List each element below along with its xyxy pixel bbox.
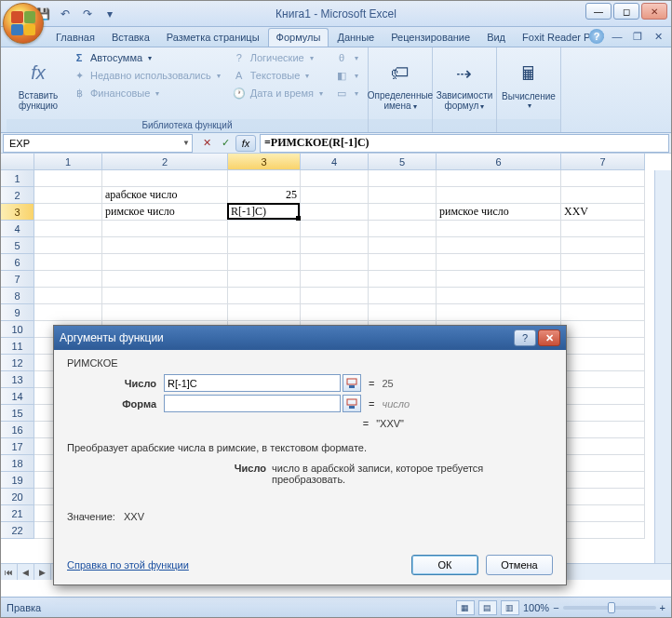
column-header[interactable]: 4 [301, 154, 369, 170]
cell[interactable] [369, 237, 437, 254]
cell[interactable] [301, 170, 369, 187]
collapse-dialog-icon-2[interactable] [343, 395, 361, 412]
sheet-nav-prev-icon[interactable]: ◀ [18, 564, 34, 580]
cell[interactable] [561, 355, 645, 371]
enter-formula-icon[interactable]: ✓ [217, 135, 234, 152]
cell[interactable] [561, 187, 645, 204]
cell[interactable] [437, 170, 561, 187]
cell[interactable] [102, 254, 228, 271]
office-button[interactable] [3, 3, 44, 44]
collapse-dialog-icon[interactable] [343, 374, 361, 392]
cell[interactable] [437, 237, 561, 254]
cell[interactable] [369, 288, 437, 304]
text-button[interactable]: AТекстовые▾ [228, 67, 327, 84]
ribbon-minimize-icon[interactable]: — [610, 29, 625, 44]
financial-button[interactable]: ฿Финансовые▾ [68, 85, 224, 101]
cell[interactable] [369, 221, 437, 237]
row-header[interactable]: 20 [1, 489, 34, 505]
cell[interactable] [561, 489, 645, 505]
formula-auditing-button[interactable]: ⇢ Зависимости формул▾ [438, 49, 491, 119]
more-functions-button2[interactable]: ◧▾ [330, 67, 362, 84]
sheet-nav-next-icon[interactable]: ▶ [34, 564, 51, 580]
column-header[interactable]: 3 [228, 154, 301, 170]
formula-input[interactable]: =РИМСКОЕ(R[-1]C) [260, 134, 669, 153]
redo-icon[interactable]: ↷ [79, 6, 96, 22]
tab-home[interactable]: Главная [47, 28, 103, 47]
cell[interactable] [561, 304, 645, 321]
cell[interactable] [369, 254, 437, 271]
cell[interactable] [34, 187, 102, 204]
cell[interactable] [561, 170, 645, 187]
cell[interactable] [437, 254, 561, 271]
cell[interactable] [301, 304, 369, 321]
cell[interactable] [561, 505, 645, 522]
row-header[interactable]: 15 [1, 405, 34, 422]
cell[interactable] [437, 304, 561, 321]
minimize-button[interactable]: — [585, 3, 612, 20]
column-header[interactable]: 5 [369, 154, 437, 170]
row-header[interactable]: 18 [1, 455, 34, 472]
cell[interactable] [301, 288, 369, 304]
cell[interactable] [561, 405, 645, 422]
dropdown-icon[interactable]: ▼ [182, 139, 190, 147]
column-header[interactable]: 6 [437, 154, 561, 170]
cell[interactable] [34, 304, 102, 321]
cell[interactable]: арабское число [102, 187, 228, 204]
cell[interactable] [561, 422, 645, 438]
row-header[interactable]: 10 [1, 321, 34, 338]
row-header[interactable]: 14 [1, 388, 34, 405]
view-page-layout-icon[interactable]: ▤ [478, 600, 497, 615]
close-button[interactable]: ✕ [641, 3, 667, 20]
dialog-titlebar[interactable]: Аргументы функции ? ✕ [54, 326, 566, 350]
autosum-button[interactable]: ΣАвтосумма▾ [68, 49, 224, 66]
cell[interactable] [561, 338, 645, 355]
cell[interactable] [437, 221, 561, 237]
row-header[interactable]: 5 [1, 237, 34, 254]
cell[interactable] [228, 304, 301, 321]
more-functions-button[interactable]: θ▾ [330, 49, 362, 66]
cell[interactable] [561, 237, 645, 254]
arg2-input[interactable] [164, 395, 341, 412]
cell[interactable] [228, 237, 301, 254]
cell[interactable] [561, 271, 645, 288]
vertical-scrollbar[interactable] [654, 170, 671, 563]
cell[interactable] [369, 187, 437, 204]
column-header[interactable]: 1 [34, 154, 102, 170]
tab-data[interactable]: Данные [329, 28, 383, 47]
tab-insert[interactable]: Вставка [103, 28, 158, 47]
qat-customize-icon[interactable]: ▾ [101, 6, 118, 22]
cell[interactable] [102, 237, 228, 254]
cell[interactable] [561, 288, 645, 304]
cell[interactable] [228, 271, 301, 288]
column-header[interactable]: 2 [102, 154, 228, 170]
column-header[interactable]: 7 [561, 154, 645, 170]
zoom-slider[interactable] [563, 606, 656, 610]
cell[interactable] [437, 271, 561, 288]
undo-icon[interactable]: ↶ [57, 6, 74, 22]
ok-button[interactable]: ОК [411, 555, 478, 575]
cell[interactable] [102, 221, 228, 237]
cell[interactable] [561, 388, 645, 405]
row-header[interactable]: 21 [1, 505, 34, 522]
cell[interactable] [301, 271, 369, 288]
cell[interactable] [228, 170, 301, 187]
maximize-button[interactable]: ◻ [613, 3, 639, 20]
row-header[interactable]: 3 [1, 204, 34, 221]
tab-formulas[interactable]: Формулы [268, 28, 329, 47]
more-functions-button3[interactable]: ▭▾ [330, 85, 362, 101]
cell[interactable] [102, 271, 228, 288]
cell[interactable] [561, 455, 645, 472]
logical-button[interactable]: ?Логические▾ [228, 49, 327, 66]
row-header[interactable]: 2 [1, 187, 34, 204]
workbook-close-icon[interactable]: ✕ [651, 29, 665, 44]
cell[interactable] [34, 254, 102, 271]
tab-page-layout[interactable]: Разметка страницы [158, 28, 268, 47]
cell[interactable] [437, 288, 561, 304]
cell[interactable] [34, 271, 102, 288]
row-header[interactable]: 12 [1, 355, 34, 371]
fx-button[interactable]: fx [235, 135, 256, 152]
arg1-input[interactable] [164, 374, 341, 392]
cell[interactable] [228, 288, 301, 304]
cell[interactable] [34, 204, 102, 221]
row-header[interactable]: 9 [1, 304, 34, 321]
